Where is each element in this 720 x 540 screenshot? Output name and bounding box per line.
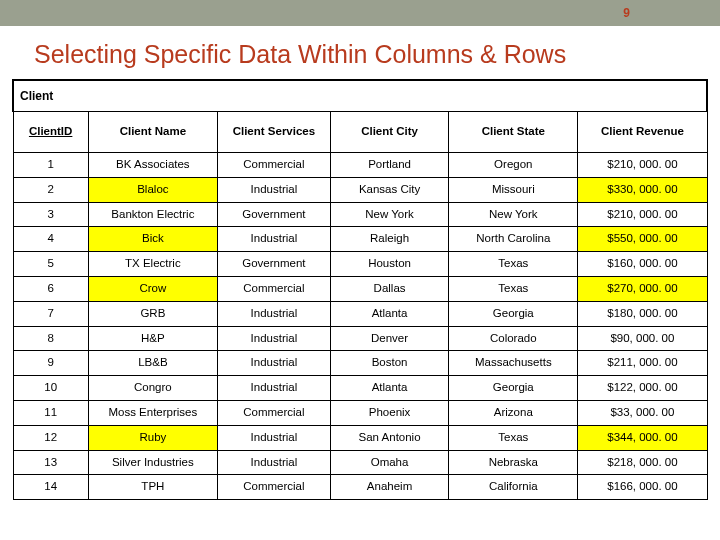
- cell-name: GRB: [88, 301, 217, 326]
- cell-name: BK Associates: [88, 153, 217, 178]
- cell-revenue: $90, 000. 00: [578, 326, 707, 351]
- cell-id: 5: [13, 252, 88, 277]
- cell-services: Industrial: [217, 301, 330, 326]
- cell-city: Phoenix: [330, 400, 448, 425]
- cell-services: Commercial: [217, 475, 330, 500]
- cell-city: Omaha: [330, 450, 448, 475]
- cell-state: North Carolina: [449, 227, 578, 252]
- cell-id: 1: [13, 153, 88, 178]
- cell-revenue: $160, 000. 00: [578, 252, 707, 277]
- cell-services: Industrial: [217, 326, 330, 351]
- cell-state: Nebraska: [449, 450, 578, 475]
- cell-city: Denver: [330, 326, 448, 351]
- cell-services: Industrial: [217, 227, 330, 252]
- table-row: 12RubyIndustrialSan AntonioTexas$344, 00…: [13, 425, 707, 450]
- col-header-city: Client City: [330, 112, 448, 153]
- cell-state: Georgia: [449, 301, 578, 326]
- cell-state: Arizona: [449, 400, 578, 425]
- table-row: 13Silver IndustriesIndustrialOmahaNebras…: [13, 450, 707, 475]
- table-body: 1BK AssociatesCommercialPortlandOregon$2…: [13, 153, 707, 500]
- cell-revenue: $330, 000. 00: [578, 177, 707, 202]
- cell-services: Industrial: [217, 177, 330, 202]
- cell-name: Crow: [88, 276, 217, 301]
- table-row: 8H&PIndustrialDenverColorado$90, 000. 00: [13, 326, 707, 351]
- cell-revenue: $166, 000. 00: [578, 475, 707, 500]
- cell-revenue: $344, 000. 00: [578, 425, 707, 450]
- cell-name: Congro: [88, 376, 217, 401]
- cell-state: Massachusetts: [449, 351, 578, 376]
- cell-state: Missouri: [449, 177, 578, 202]
- cell-state: Oregon: [449, 153, 578, 178]
- cell-id: 6: [13, 276, 88, 301]
- cell-state: New York: [449, 202, 578, 227]
- table-row: 1BK AssociatesCommercialPortlandOregon$2…: [13, 153, 707, 178]
- cell-city: Boston: [330, 351, 448, 376]
- cell-services: Industrial: [217, 376, 330, 401]
- top-bar: 9: [0, 0, 720, 26]
- page-title: Selecting Specific Data Within Columns &…: [34, 40, 720, 69]
- cell-name: Ruby: [88, 425, 217, 450]
- cell-city: Houston: [330, 252, 448, 277]
- cell-id: 11: [13, 400, 88, 425]
- cell-revenue: $550, 000. 00: [578, 227, 707, 252]
- cell-city: Atlanta: [330, 376, 448, 401]
- cell-city: Anaheim: [330, 475, 448, 500]
- cell-revenue: $210, 000. 00: [578, 153, 707, 178]
- cell-services: Commercial: [217, 153, 330, 178]
- cell-id: 9: [13, 351, 88, 376]
- table-row: 11Moss EnterprisesCommercialPhoenixArizo…: [13, 400, 707, 425]
- cell-services: Commercial: [217, 400, 330, 425]
- table-row: 4BickIndustrialRaleighNorth Carolina$550…: [13, 227, 707, 252]
- cell-name: LB&B: [88, 351, 217, 376]
- cell-revenue: $270, 000. 00: [578, 276, 707, 301]
- cell-city: New York: [330, 202, 448, 227]
- cell-revenue: $122, 000. 00: [578, 376, 707, 401]
- table-row: 14TPHCommercialAnaheimCalifornia$166, 00…: [13, 475, 707, 500]
- col-header-services: Client Services: [217, 112, 330, 153]
- table-row: 7GRBIndustrialAtlantaGeorgia$180, 000. 0…: [13, 301, 707, 326]
- cell-state: California: [449, 475, 578, 500]
- cell-services: Industrial: [217, 425, 330, 450]
- table-row: 9LB&BIndustrialBostonMassachusetts$211, …: [13, 351, 707, 376]
- cell-services: Government: [217, 202, 330, 227]
- cell-services: Commercial: [217, 276, 330, 301]
- cell-id: 8: [13, 326, 88, 351]
- table-row: 2BlalocIndustrialKansas CityMissouri$330…: [13, 177, 707, 202]
- col-header-id: ClientID: [13, 112, 88, 153]
- cell-services: Industrial: [217, 450, 330, 475]
- col-header-state: Client State: [449, 112, 578, 153]
- table-header-row: ClientID Client Name Client Services Cli…: [13, 112, 707, 153]
- table-group-header: Client: [13, 80, 707, 112]
- cell-name: Moss Enterprises: [88, 400, 217, 425]
- cell-state: Colorado: [449, 326, 578, 351]
- cell-revenue: $33, 000. 00: [578, 400, 707, 425]
- cell-id: 12: [13, 425, 88, 450]
- cell-city: Kansas City: [330, 177, 448, 202]
- cell-id: 14: [13, 475, 88, 500]
- cell-id: 2: [13, 177, 88, 202]
- cell-city: Atlanta: [330, 301, 448, 326]
- cell-revenue: $218, 000. 00: [578, 450, 707, 475]
- cell-city: San Antonio: [330, 425, 448, 450]
- page-number: 9: [623, 6, 630, 20]
- table-row: 6CrowCommercialDallasTexas$270, 000. 00: [13, 276, 707, 301]
- col-header-revenue: Client Revenue: [578, 112, 707, 153]
- cell-state: Texas: [449, 252, 578, 277]
- cell-name: Blaloc: [88, 177, 217, 202]
- cell-id: 7: [13, 301, 88, 326]
- cell-city: Raleigh: [330, 227, 448, 252]
- cell-city: Portland: [330, 153, 448, 178]
- table-row: 10CongroIndustrialAtlantaGeorgia$122, 00…: [13, 376, 707, 401]
- cell-revenue: $180, 000. 00: [578, 301, 707, 326]
- cell-state: Texas: [449, 425, 578, 450]
- cell-city: Dallas: [330, 276, 448, 301]
- cell-name: H&P: [88, 326, 217, 351]
- cell-name: Silver Industries: [88, 450, 217, 475]
- col-header-name: Client Name: [88, 112, 217, 153]
- cell-name: TX Electric: [88, 252, 217, 277]
- table-row: 3Bankton ElectricGovernmentNew YorkNew Y…: [13, 202, 707, 227]
- cell-name: Bankton Electric: [88, 202, 217, 227]
- table-row: 5TX ElectricGovernmentHoustonTexas$160, …: [13, 252, 707, 277]
- cell-name: TPH: [88, 475, 217, 500]
- cell-state: Texas: [449, 276, 578, 301]
